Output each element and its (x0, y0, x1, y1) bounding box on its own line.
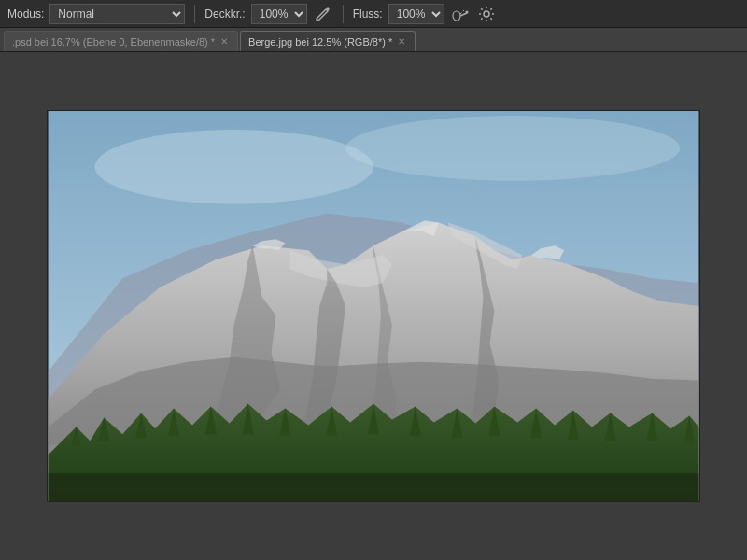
svg-point-5 (345, 116, 680, 181)
svg-rect-36 (49, 473, 699, 501)
fluss-select[interactable]: 100% (388, 4, 444, 24)
fluss-label: Fluss: (353, 7, 383, 21)
separator-2 (343, 5, 344, 23)
tab-berge-close[interactable]: ✕ (396, 36, 407, 47)
image-canvas (47, 110, 700, 502)
tab-berge-label: Berge.jpg bei 12.5% (RGB/8*) * (248, 36, 392, 48)
svg-point-2 (484, 11, 489, 17)
settings-icon[interactable] (476, 4, 497, 24)
deckk-label: Deckkr.: (204, 7, 245, 21)
modus-label: Modus: (7, 7, 44, 21)
svg-point-4 (94, 130, 374, 204)
brush-icon[interactable] (313, 4, 333, 24)
modus-select[interactable]: NormalAuflösenAbdunkelnMultiplizierenFar… (49, 4, 185, 24)
main-toolbar: Modus: NormalAuflösenAbdunkelnMultiplizi… (0, 0, 747, 28)
tabs-bar: .psd bei 16.7% (Ebene 0, Ebenenmaske/8) … (0, 28, 747, 52)
tab-psd-close[interactable]: ✕ (218, 36, 230, 47)
airbrush-icon[interactable] (450, 4, 471, 24)
tab-psd[interactable]: .psd bei 16.7% (Ebene 0, Ebenenmaske/8) … (4, 31, 238, 51)
tab-berge[interactable]: Berge.jpg bei 12.5% (RGB/8*) * ✕ (240, 31, 416, 51)
separator-1 (194, 5, 195, 23)
svg-point-1 (465, 10, 468, 13)
svg-point-0 (453, 11, 460, 21)
canvas-area (0, 52, 747, 560)
deckk-select[interactable]: 100% (251, 4, 307, 24)
tab-psd-label: .psd bei 16.7% (Ebene 0, Ebenenmaske/8) … (12, 36, 215, 48)
